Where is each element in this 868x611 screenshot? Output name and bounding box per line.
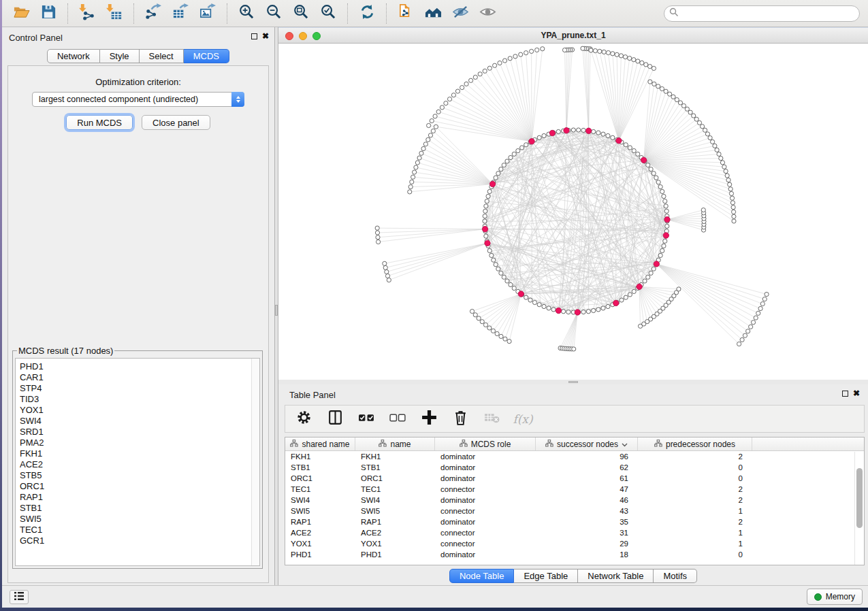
graph-leaf-node[interactable] — [535, 48, 539, 52]
table-row[interactable]: SWI4SWI4dominator462 — [285, 495, 864, 506]
graph-ring-node[interactable] — [632, 148, 636, 152]
graph-ring-node[interactable] — [664, 204, 668, 208]
graph-ring-node[interactable] — [636, 152, 640, 156]
graph-leaf-node[interactable] — [656, 84, 660, 88]
graph-ring-node[interactable] — [601, 306, 605, 310]
graph-leaf-node[interactable] — [480, 320, 484, 324]
graph-leaf-node[interactable] — [430, 119, 434, 123]
delete-columns-button[interactable] — [450, 408, 470, 431]
column-header-successor-nodes[interactable]: successor nodes — [536, 437, 638, 450]
graph-ring-node[interactable] — [499, 167, 503, 171]
graph-leaf-node[interactable] — [729, 191, 733, 195]
graph-leaf-node[interactable] — [541, 47, 545, 51]
graph-leaf-node[interactable] — [760, 301, 765, 306]
graph-leaf-node[interactable] — [756, 311, 760, 315]
graph-leaf-node[interactable] — [730, 201, 735, 205]
graph-hub-node[interactable] — [529, 139, 534, 144]
table-row[interactable]: SWI5SWI5connector431 — [285, 506, 864, 516]
graph-leaf-node[interactable] — [572, 347, 576, 351]
graph-leaf-node[interactable] — [740, 337, 744, 342]
graph-ring-node[interactable] — [646, 163, 650, 167]
graph-ring-node[interactable] — [505, 279, 509, 283]
column-header-shared-name[interactable]: shared name — [285, 437, 355, 450]
graph-leaf-node[interactable] — [628, 56, 632, 61]
export-table-button[interactable] — [167, 2, 194, 25]
graph-leaf-node[interactable] — [725, 174, 729, 178]
graph-ring-node[interactable] — [665, 224, 669, 228]
graph-leaf-node[interactable] — [440, 105, 444, 110]
graph-ring-node[interactable] — [512, 152, 516, 156]
mcds-result-item[interactable]: STB5 — [20, 470, 259, 481]
graph-leaf-node[interactable] — [414, 165, 418, 169]
graph-leaf-node[interactable] — [519, 52, 523, 56]
graph-leaf-node[interactable] — [434, 125, 438, 129]
graph-hub-node[interactable] — [663, 233, 669, 238]
graph-ring-node[interactable] — [652, 267, 656, 271]
graph-ring-node[interactable] — [624, 143, 628, 147]
close-panel-button[interactable]: Close panel — [142, 115, 210, 130]
graph-leaf-node[interactable] — [507, 340, 511, 344]
graph-leaf-node[interactable] — [731, 205, 735, 210]
graph-ring-node[interactable] — [660, 248, 664, 252]
graph-ring-node[interactable] — [496, 267, 500, 271]
graph-leaf-node[interactable] — [701, 208, 705, 212]
graph-leaf-node[interactable] — [606, 50, 610, 54]
graph-ring-node[interactable] — [581, 310, 585, 314]
graph-leaf-node[interactable] — [421, 146, 425, 150]
splitter-grip[interactable] — [568, 381, 578, 383]
graph-ring-node[interactable] — [646, 275, 650, 279]
graph-leaf-node[interactable] — [447, 97, 451, 101]
graph-leaf-node[interactable] — [478, 72, 482, 76]
mcds-result-item[interactable]: SWI5 — [20, 514, 259, 525]
graph-leaf-node[interactable] — [410, 180, 414, 184]
mcds-result-item[interactable]: YOX1 — [20, 405, 259, 416]
graph-hub-node[interactable] — [664, 216, 670, 222]
graph-leaf-node[interactable] — [408, 190, 412, 194]
graph-leaf-node[interactable] — [473, 313, 477, 317]
graph-leaf-node[interactable] — [644, 63, 648, 67]
float-panel-icon[interactable] — [251, 33, 257, 39]
graph-hub-node[interactable] — [489, 181, 495, 186]
graph-ring-node[interactable] — [592, 308, 596, 312]
create-column-button[interactable] — [419, 408, 439, 431]
show-columns-button[interactable] — [325, 408, 345, 431]
tab-network[interactable]: Network — [47, 49, 100, 63]
graph-leaf-node[interactable] — [715, 148, 719, 152]
tab-style[interactable]: Style — [100, 49, 140, 63]
graph-leaf-node[interactable] — [636, 59, 640, 63]
graph-leaf-node[interactable] — [732, 219, 736, 223]
deselect-all-button[interactable] — [387, 408, 408, 431]
import-network-button[interactable] — [74, 2, 101, 25]
graph-hub-node[interactable] — [613, 300, 619, 306]
tab-edge-table[interactable]: Edge Table — [514, 569, 578, 583]
graph-hub-node[interactable] — [518, 291, 524, 297]
graph-ring-node[interactable] — [516, 148, 520, 152]
graph-ring-node[interactable] — [492, 258, 496, 262]
graph-ring-node[interactable] — [486, 194, 490, 198]
graph-leaf-node[interactable] — [685, 107, 689, 111]
mcds-result-item[interactable]: TID3 — [20, 394, 259, 405]
graph-ring-node[interactable] — [483, 219, 487, 223]
graph-ring-node[interactable] — [547, 306, 551, 310]
show-graphics-button[interactable] — [474, 2, 501, 25]
graph-hub-node[interactable] — [564, 128, 569, 133]
graph-ring-node[interactable] — [494, 263, 498, 267]
graph-ring-node[interactable] — [532, 300, 536, 304]
graph-ring-node[interactable] — [494, 176, 498, 180]
graph-leaf-node[interactable] — [697, 120, 701, 125]
graph-leaf-node[interactable] — [375, 226, 379, 230]
horizontal-splitter[interactable] — [278, 380, 868, 384]
graph-ring-node[interactable] — [577, 128, 581, 132]
graph-ring-node[interactable] — [628, 146, 632, 150]
graph-leaf-node[interactable] — [664, 89, 668, 93]
graph-ring-node[interactable] — [652, 171, 656, 176]
close-panel-icon[interactable]: ✖ — [262, 33, 269, 39]
mcds-result-item[interactable]: ORC1 — [20, 481, 259, 492]
table-row[interactable]: STB1STB1dominator620 — [285, 462, 864, 473]
graph-leaf-node[interactable] — [513, 54, 517, 59]
graph-ring-node[interactable] — [581, 128, 585, 132]
graph-hub-node[interactable] — [585, 128, 591, 133]
graph-leaf-node[interactable] — [473, 75, 477, 79]
graph-leaf-node[interactable] — [720, 161, 724, 165]
graph-leaf-node[interactable] — [732, 210, 736, 214]
